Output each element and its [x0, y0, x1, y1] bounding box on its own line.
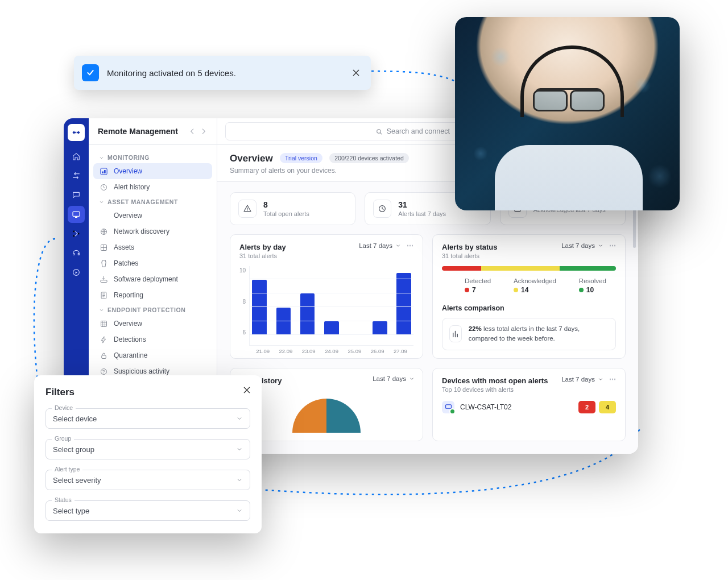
status-segment — [481, 266, 560, 271]
rail-home-icon[interactable] — [68, 148, 85, 165]
range-dropdown[interactable]: Last 7 days — [373, 375, 415, 382]
page-title: Overview — [230, 153, 273, 164]
rail-headset-icon[interactable] — [68, 245, 85, 262]
sidebar-item-icon — [99, 367, 108, 376]
filter-select[interactable]: Select device — [46, 409, 250, 428]
comparison-box: 22% less total alerts in the last 7 days… — [442, 318, 616, 350]
sidebar-group[interactable]: MONITORING — [93, 151, 212, 163]
filters-close-button[interactable] — [242, 386, 251, 395]
sidebar-item[interactable]: Network discovery — [93, 223, 212, 239]
sidebar-item-label: Assets — [114, 243, 134, 251]
bars-icon — [449, 325, 462, 342]
alert-count-chip: 4 — [599, 401, 616, 413]
sidebar-item-label: Detections — [114, 335, 146, 343]
sidebar-item-label: Reporting — [114, 291, 143, 299]
filter-select[interactable]: Select type — [46, 501, 250, 520]
status-segment — [442, 266, 481, 271]
range-dropdown[interactable]: Last 7 days — [561, 242, 603, 249]
sidebar-item[interactable]: Software deployment — [93, 271, 212, 287]
sidebar-item-label: Network discovery — [114, 227, 169, 235]
status-segment — [560, 266, 616, 271]
chevron-down-icon — [598, 243, 603, 248]
legend-value: 10 — [579, 286, 606, 294]
chevron-down-icon — [395, 243, 401, 248]
range-dropdown[interactable]: Last 7 days — [359, 242, 401, 249]
device-icon — [442, 401, 454, 413]
check-icon — [82, 64, 99, 81]
sidebar-item-icon — [99, 167, 108, 176]
card-subtitle: Top 10 devices with alerts — [442, 386, 616, 393]
toast-message: Monitoring activated on 5 devices. — [107, 68, 236, 78]
stat-icon — [238, 200, 257, 218]
search-placeholder: Search and connect — [387, 127, 450, 135]
filter-field: GroupSelect group — [46, 439, 250, 459]
filter-label: Status — [52, 496, 75, 503]
legend-label: Acknowledged — [514, 277, 556, 284]
alerts-bar-chart: 1086 21.0922.0923.0924.0925.0926.0927.09 — [239, 266, 413, 346]
chevron-down-icon — [99, 200, 104, 205]
card-more-button[interactable]: ⋯ — [609, 242, 617, 250]
brand-logo-icon[interactable] — [68, 124, 85, 141]
toast-close-button[interactable] — [351, 68, 361, 77]
stat-icon — [373, 200, 391, 218]
sidebar-item-label: Quarantine — [114, 351, 147, 359]
filter-placeholder: Select group — [53, 445, 94, 454]
sidebar-item[interactable]: Overview — [93, 316, 212, 332]
sidebar-item[interactable]: Reporting — [93, 287, 212, 303]
card-more-button[interactable]: ⋯ — [609, 375, 617, 383]
svg-point-18 — [377, 129, 380, 133]
rail-monitor-icon[interactable] — [68, 206, 85, 223]
device-row[interactable]: CLW-CSAT-LT0224 — [442, 401, 616, 413]
chart-bar — [396, 273, 411, 335]
device-name: CLW-CSAT-LT02 — [460, 403, 511, 411]
stat-value: 8 — [263, 201, 309, 209]
card-subtitle: 31 total alerts — [239, 252, 413, 259]
chart-bar — [300, 293, 315, 335]
range-dropdown[interactable]: Last 7 days — [561, 376, 603, 383]
sidebar-item[interactable]: Quarantine — [93, 347, 212, 363]
rail-transfer-icon[interactable] — [68, 167, 85, 184]
chevron-down-icon — [409, 376, 415, 382]
nav-back-button[interactable] — [188, 127, 196, 135]
svg-rect-5 — [100, 168, 106, 174]
stat-label: Total open alerts — [263, 210, 309, 217]
svg-rect-8 — [104, 213, 106, 215]
alerts-by-day-card: Alerts by day 31 total alerts Last 7 day… — [230, 234, 423, 359]
sidebar-group[interactable]: ASSET MANAGEMENT — [93, 195, 212, 208]
filter-field: DeviceSelect device — [46, 408, 250, 429]
sidebar-item-icon — [99, 259, 108, 268]
sidebar-item[interactable]: Patches — [93, 255, 212, 271]
svg-point-3 — [78, 233, 80, 235]
stat-card: 8Total open alerts — [230, 192, 355, 225]
sidebar-item[interactable]: Overview — [93, 163, 212, 179]
legend-item: Resolved10 — [579, 277, 606, 294]
sidebar-item-label: Patches — [114, 259, 138, 267]
sidebar-item-label: Overview — [114, 167, 142, 175]
rail-compass-icon[interactable] — [68, 264, 85, 281]
status-legend: Detected7Acknowledged14Resolved10 — [442, 277, 616, 294]
legend-label: Detected — [465, 277, 491, 284]
sidebar-item[interactable]: Assets — [93, 239, 212, 255]
rail-branches-icon[interactable] — [68, 225, 85, 242]
sidebar-item-icon — [99, 351, 108, 360]
card-subtitle: 31 total alerts — [442, 252, 616, 259]
hero-photo — [455, 17, 680, 210]
svg-rect-15 — [101, 321, 106, 326]
sidebar-item-icon — [99, 183, 108, 192]
rail-chat-icon[interactable] — [68, 187, 85, 204]
top-devices-card: Devices with most open alerts Top 10 dev… — [432, 368, 626, 441]
legend-item: Acknowledged14 — [514, 277, 556, 294]
filter-label: Alert type — [52, 466, 82, 473]
sidebar-item-label: Alert history — [114, 183, 150, 191]
sidebar-item[interactable]: Alert history — [93, 179, 212, 195]
sidebar-group[interactable]: ENDPOINT PROTECTION — [93, 303, 212, 316]
sidebar-item[interactable]: Overview — [93, 208, 212, 223]
filter-select[interactable]: Select severity — [46, 470, 250, 490]
sidebar-item[interactable]: Detections — [93, 332, 212, 347]
status-segment-bar — [442, 266, 616, 271]
devices-badge: 200/220 devices activated — [329, 153, 408, 163]
filter-select[interactable]: Select group — [46, 440, 250, 459]
legend-value: 7 — [465, 286, 491, 294]
card-more-button[interactable]: ⋯ — [407, 242, 415, 250]
nav-forward-button[interactable] — [200, 127, 208, 135]
